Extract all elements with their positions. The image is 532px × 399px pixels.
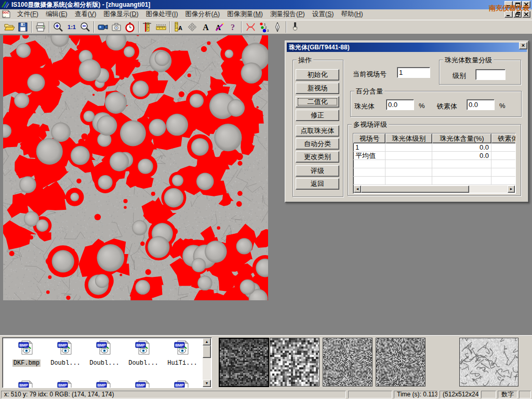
pick-pearlite-button[interactable]: 点取珠光体 (296, 125, 339, 137)
svg-text:BMP: BMP (136, 343, 145, 348)
binarize-button[interactable]: 二值化 (296, 96, 339, 108)
scroll-up-icon[interactable]: ▲ (203, 338, 211, 345)
toolbar-separator (138, 21, 139, 33)
actual-size-icon[interactable]: 1:1 (65, 21, 78, 33)
ruler-icon[interactable] (154, 21, 168, 33)
thumbnail-5[interactable] (459, 338, 518, 387)
svg-text:BMP: BMP (19, 383, 28, 388)
caliper-text-icon[interactable]: A (172, 21, 185, 33)
menu-image-measure[interactable]: 图像测量(M) (223, 9, 267, 20)
bmp-file-icon: BMP (135, 380, 152, 388)
file-item[interactable]: BMP Doubl... (47, 340, 84, 367)
zoom-in-icon[interactable] (51, 21, 65, 33)
minimize-icon[interactable] (504, 1, 513, 8)
change-class-button[interactable]: 更改类别 (296, 151, 339, 163)
file-item[interactable]: BMP (47, 380, 84, 388)
text-icon[interactable]: A (199, 21, 212, 33)
table-hscrollbar[interactable]: ◄ ► (354, 185, 515, 193)
caliper-icon[interactable] (141, 21, 154, 33)
file-item[interactable]: BMP (86, 380, 123, 388)
bmp-file-icon: BMP (174, 340, 191, 355)
text-edit-icon[interactable]: A (212, 21, 226, 33)
zoom-out-icon[interactable] (78, 21, 92, 33)
table-row[interactable]: 1 0.0 (353, 143, 515, 152)
file-browser[interactable]: BMP DKF.bmp BMP Doubl... BMP Doubl... BM… (2, 337, 212, 388)
file-item[interactable]: BMP DKF.bmp (8, 340, 45, 367)
thumbnail-4[interactable] (376, 338, 425, 387)
file-item[interactable]: BMP HuiTi... (164, 340, 201, 367)
svg-text:?: ? (231, 23, 235, 32)
grade-input[interactable] (475, 69, 506, 80)
file-item[interactable]: BMP (164, 380, 201, 388)
menu-file[interactable]: 文件(F) (14, 9, 42, 20)
file-name[interactable]: Doubl... (49, 360, 82, 367)
save-icon[interactable] (16, 21, 30, 33)
mdi-close-icon[interactable] (522, 11, 530, 18)
menu-image-analysis[interactable]: 图像分析(A) (182, 9, 224, 20)
brush-icon[interactable] (288, 21, 302, 33)
maximize-icon[interactable] (513, 1, 522, 8)
bmp-file-icon: BMP (18, 340, 35, 355)
thumbnail-3[interactable] (323, 338, 373, 387)
close-icon[interactable] (522, 1, 530, 8)
file-name[interactable]: Doubl... (88, 360, 121, 367)
print-icon[interactable] (34, 21, 47, 33)
menu-edit[interactable]: 编辑(E) (42, 9, 71, 20)
curve-tool-icon[interactable] (244, 21, 257, 33)
ferrite-percent-input[interactable] (467, 99, 495, 110)
init-button[interactable]: 初始化 (296, 69, 339, 81)
video-capture-icon[interactable] (96, 21, 110, 33)
file-name[interactable]: DKF.bmp (12, 360, 41, 367)
svg-text:3: 3 (267, 29, 269, 32)
file-name[interactable]: HuiTi... (166, 360, 198, 367)
status-image-size: (512x512x24) (440, 391, 480, 398)
classify-dots-icon[interactable]: 123 (257, 21, 271, 33)
col-pearlite-content: 珠光体含量(%) (432, 134, 491, 143)
return-button[interactable]: 返回 (296, 178, 339, 190)
toolbar-separator (169, 21, 170, 33)
grade-button[interactable]: 评级 (296, 165, 339, 177)
app-icon (2, 1, 9, 8)
scroll-down-icon[interactable]: ▼ (203, 380, 211, 387)
scroll-right-icon[interactable]: ► (508, 185, 515, 193)
micrograph-canvas[interactable] (3, 35, 268, 300)
pen-icon[interactable] (271, 21, 284, 33)
dialog-close-icon[interactable]: × (519, 42, 527, 49)
cell-ferrite (491, 143, 516, 151)
application-window: IS100显微摄像系统(金相分析版) - [zhuguangti01] 南充仪器… (0, 0, 532, 399)
snapshot-icon[interactable] (110, 21, 123, 33)
auto-classify-button[interactable]: 自动分类 (296, 138, 339, 150)
svg-text:BMP: BMP (19, 343, 28, 348)
dialog-title-bar[interactable]: 珠光体(GB/T9441-88) (287, 43, 527, 52)
file-item[interactable]: BMP (125, 380, 162, 388)
move-icon[interactable] (185, 21, 199, 33)
stopwatch-icon[interactable] (123, 21, 137, 33)
table-row[interactable]: 平均值 0.0 (353, 152, 515, 160)
file-item[interactable]: BMP Doubl... (125, 340, 162, 367)
current-field-input[interactable] (397, 67, 430, 78)
scroll-thumb[interactable] (203, 345, 211, 358)
thumbnail-2[interactable] (270, 338, 320, 387)
file-item[interactable]: BMP (8, 380, 45, 388)
scroll-thumb[interactable] (361, 185, 469, 193)
new-field-button[interactable]: 新视场 (296, 83, 339, 94)
mdi-restore-icon[interactable] (513, 11, 522, 18)
menu-help[interactable]: 帮助(H) (337, 9, 366, 20)
menu-view[interactable]: 查看(V) (71, 9, 100, 20)
svg-text:A: A (203, 23, 209, 32)
scroll-left-icon[interactable]: ◄ (354, 185, 361, 193)
menu-settings[interactable]: 设置(S) (309, 9, 338, 20)
file-browser-vscrollbar[interactable]: ▲ ▼ (203, 338, 211, 387)
open-icon[interactable] (3, 21, 16, 33)
file-name[interactable]: Doubl... (127, 360, 159, 367)
thumbnail-1[interactable] (219, 338, 269, 387)
menu-image-display[interactable]: 图像显示(D) (100, 9, 142, 20)
menu-report[interactable]: 测量报告(P) (267, 9, 309, 20)
pearlite-percent-input[interactable] (386, 99, 414, 110)
mdi-minimize-icon[interactable] (504, 11, 513, 18)
correct-button[interactable]: 修正 (296, 110, 339, 121)
help-icon[interactable]: ? (226, 21, 240, 33)
multi-field-table[interactable]: 视场号 珠光体级别 珠光体含量(%) 铁素体含量(%) 1 0.0 平均值 0.… (353, 133, 516, 194)
file-item[interactable]: BMP Doubl... (86, 340, 123, 367)
menu-image-processing[interactable]: 图像处理(I) (142, 9, 182, 20)
